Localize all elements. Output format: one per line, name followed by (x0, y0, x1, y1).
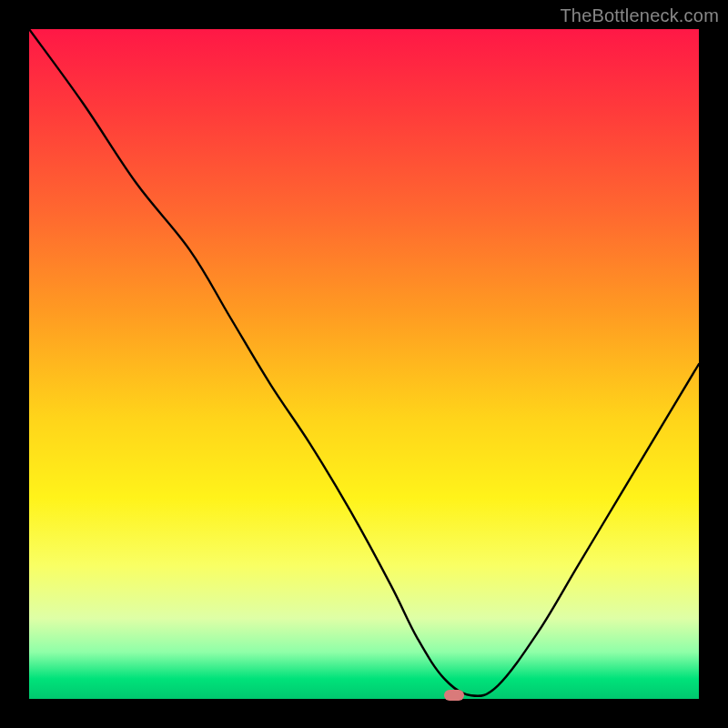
chart-frame: TheBottleneck.com (0, 0, 728, 728)
watermark-text: TheBottleneck.com (560, 5, 719, 26)
chart-background-gradient (29, 29, 699, 699)
optimal-point-marker (444, 690, 464, 701)
